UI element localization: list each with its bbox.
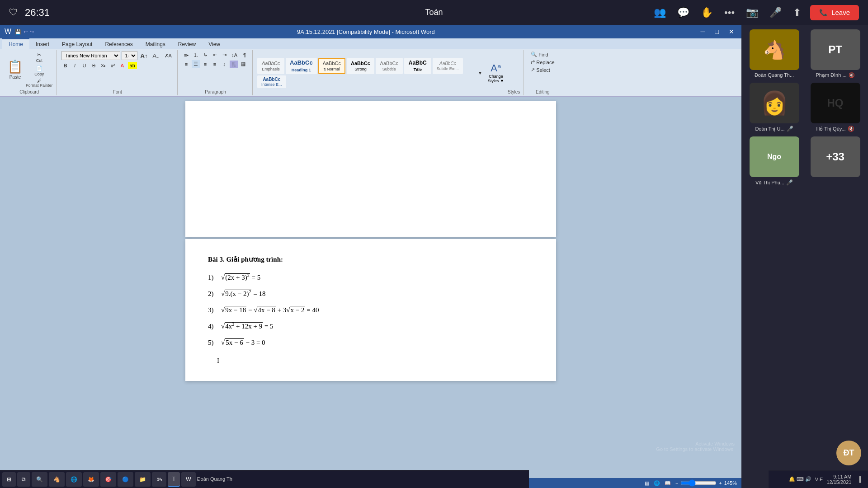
align-right-button[interactable]: ≡ (201, 61, 209, 68)
change-styles-button[interactable]: Aᵃ Change Styles ▼ (486, 61, 506, 85)
doc-page-main[interactable]: Bài 3. Giải phương trình: 1) √(2x + 3)2 … (185, 239, 556, 381)
line-spacing-button[interactable]: ↕ (220, 61, 228, 68)
italic-button[interactable]: I (71, 62, 79, 69)
highlight-button[interactable]: ab (128, 62, 137, 69)
format-painter-button[interactable]: 🖌 Format Painter (26, 78, 53, 88)
main-area: W 💾 ↩ ↪ 9A.15.12.2021 [Compatibility Mod… (0, 25, 868, 488)
zoom-control[interactable]: − + 145% (675, 479, 737, 487)
problem-5: 5) √5x − 6 − 3 = 0 (208, 336, 533, 349)
tab-mailings[interactable]: Mailings (139, 38, 172, 49)
bullets-button[interactable]: ≡• (182, 52, 190, 59)
copy-button[interactable]: 📄 Copy (26, 65, 53, 77)
camera-off-button[interactable]: 📷 (744, 5, 760, 21)
tab-view[interactable]: View (202, 38, 226, 49)
style-intense-e[interactable]: AaBbCc Intense E... (257, 75, 286, 88)
shrink-font-button[interactable]: A↓ (151, 52, 161, 60)
tab-page-layout[interactable]: Page Layout (56, 38, 99, 49)
participants-button[interactable]: 👥 (651, 5, 668, 21)
tab-references[interactable]: References (99, 38, 139, 49)
zoom-level: 145% (724, 480, 737, 486)
align-left-button[interactable]: ≡ (182, 61, 190, 68)
view-web-btn[interactable]: 🌐 (654, 480, 660, 486)
taskbar-app-4[interactable]: 🎯 (100, 472, 116, 487)
floating-avatar-dt[interactable]: ĐT (836, 441, 861, 465)
paste-button[interactable]: 📋 Paste (6, 58, 24, 80)
font-color-button[interactable]: A (118, 62, 127, 69)
style-emphasis[interactable]: AaBbCc Emphasis (257, 58, 284, 74)
style-subtle-em[interactable]: AaBbCc Subtle Em... (433, 58, 463, 74)
view-read-btn[interactable]: 📖 (665, 480, 671, 486)
quick-save[interactable]: 💾 (15, 29, 21, 35)
select-button[interactable]: ↗ Select (528, 66, 557, 73)
share-button[interactable]: ⬆ (791, 5, 803, 21)
superscript-button[interactable]: x² (109, 62, 117, 69)
start-button[interactable]: ⊞ (2, 472, 16, 487)
replace-button[interactable]: ⇄ Replace (528, 59, 557, 66)
task-view-button[interactable]: ⧉ (17, 472, 30, 487)
find-button[interactable]: 🔍 Find (528, 51, 557, 58)
cut-button[interactable]: ✂ Cut (26, 51, 53, 64)
style-subtitle[interactable]: AaBbCc Subtitle (376, 58, 403, 74)
styles-scroll-down[interactable]: ▼ (476, 61, 484, 84)
grow-font-button[interactable]: A↑ (139, 52, 150, 60)
clear-format-button[interactable]: ✗A (163, 52, 174, 60)
pham-dinh-mic-icon: 🔇 (849, 72, 855, 78)
cursor-area[interactable]: I (208, 354, 533, 367)
quick-redo[interactable]: ↪ (30, 29, 34, 35)
taskbar-word[interactable]: W (181, 472, 195, 487)
zoom-out-icon[interactable]: − (675, 480, 678, 486)
sort-button[interactable]: ↕A (230, 52, 239, 59)
taskbar-app-7[interactable]: 🛍 (152, 472, 166, 487)
taskbar-teams[interactable]: T (168, 472, 180, 487)
subscript-button[interactable]: x₂ (99, 61, 108, 69)
tab-review[interactable]: Review (172, 38, 202, 49)
style-normal[interactable]: AaBbCc ¶ Normal (318, 58, 345, 74)
font-name-selector[interactable]: Times New Roman (61, 51, 120, 60)
vu-thi-mic-icon: 🎤 (786, 179, 793, 186)
align-center-button[interactable]: ☰ (192, 60, 200, 68)
justify-button[interactable]: ≡ (211, 61, 219, 68)
reactions-button[interactable]: ✋ (698, 5, 715, 21)
mic-off-button[interactable]: 🎤 (767, 5, 784, 21)
style-strong-sample: AaBbCc (351, 61, 370, 66)
increase-indent-button[interactable]: ⇥ (220, 51, 228, 59)
taskbar-app-3[interactable]: 🦊 (83, 472, 99, 487)
minimize-button[interactable]: ─ (698, 27, 708, 36)
cortana-button[interactable]: 🔍 (32, 472, 47, 487)
taskbar-app-2[interactable]: 🌐 (66, 472, 82, 487)
style-title[interactable]: AaBbC Title (404, 58, 431, 74)
bold-button[interactable]: B (61, 62, 70, 69)
style-heading1[interactable]: AaBbCc Heading 1 (286, 58, 317, 74)
view-normal-btn[interactable]: ▤ (645, 480, 649, 486)
quick-undo[interactable]: ↩ (24, 29, 28, 35)
zoom-slider[interactable] (680, 479, 717, 487)
strikethrough-button[interactable]: S (90, 62, 98, 69)
restore-button[interactable]: □ (712, 27, 722, 36)
close-button[interactable]: ✕ (726, 27, 737, 36)
show-hide-button[interactable]: ¶ (241, 52, 249, 59)
replace-icon: ⇄ (531, 59, 535, 65)
document-area[interactable]: Bài 3. Giải phương trình: 1) √(2x + 3)2 … (0, 97, 741, 478)
show-desktop-button[interactable]: ▐ (855, 474, 863, 485)
tab-home[interactable]: Home (2, 38, 29, 49)
numbering-button[interactable]: 1. (192, 52, 200, 59)
borders-button[interactable]: ▦ (239, 60, 247, 68)
decrease-indent-button[interactable]: ⇤ (211, 51, 219, 59)
avatar-ho-thi: HQ (811, 83, 860, 123)
tab-insert[interactable]: Insert (29, 38, 56, 49)
styles-group: AaBbCc Emphasis AaBbCc Heading 1 AaBbCc … (254, 50, 524, 95)
font-size-selector[interactable]: 14 (122, 51, 137, 60)
chat-button[interactable]: 💬 (675, 5, 692, 21)
taskbar-app-6[interactable]: 📁 (135, 472, 151, 487)
underline-button[interactable]: U (80, 62, 89, 69)
leave-button[interactable]: 📞 Leave (810, 5, 859, 20)
shading-button[interactable]: ░ (230, 61, 238, 68)
taskbar-app-1[interactable]: 🐴 (49, 472, 65, 487)
more-button[interactable]: ••• (722, 5, 737, 21)
style-strong[interactable]: AaBbCc Strong (347, 58, 374, 74)
clipboard-group: 📋 Paste ✂ Cut 📄 Copy (2, 50, 57, 95)
zoom-in-icon[interactable]: + (719, 480, 722, 486)
tray-icons: 🔔 ⌨ 🔊 (789, 476, 811, 482)
multilevel-button[interactable]: ↳ (201, 51, 209, 59)
taskbar-app-5[interactable]: 🔵 (118, 472, 133, 487)
